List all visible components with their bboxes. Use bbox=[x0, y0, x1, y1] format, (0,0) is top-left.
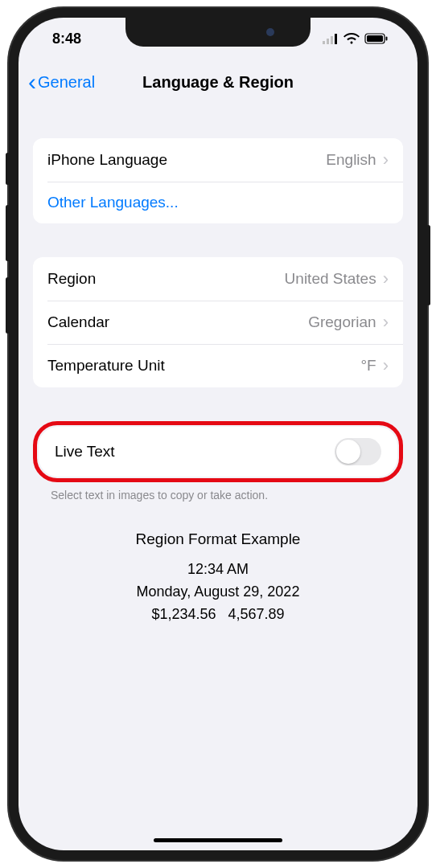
temperature-label: Temperature Unit bbox=[47, 357, 165, 375]
live-text-label: Live Text bbox=[55, 443, 115, 461]
home-indicator[interactable] bbox=[154, 838, 282, 842]
region-value: United States bbox=[285, 270, 376, 288]
svg-rect-0 bbox=[323, 41, 325, 44]
volume-down-button bbox=[6, 277, 10, 334]
chevron-right-icon: › bbox=[383, 312, 389, 333]
camera-dot bbox=[266, 28, 274, 36]
iphone-language-row[interactable]: iPhone Language English › bbox=[33, 138, 403, 182]
toggle-knob bbox=[336, 440, 360, 464]
svg-rect-1 bbox=[327, 39, 329, 44]
volume-up-button bbox=[6, 205, 10, 261]
live-text-footer: Select text in images to copy or take ac… bbox=[33, 482, 403, 502]
battery-icon bbox=[364, 33, 389, 44]
chevron-right-icon: › bbox=[383, 149, 389, 170]
region-row[interactable]: Region United States › bbox=[33, 257, 403, 301]
status-icons bbox=[323, 33, 389, 44]
live-text-row[interactable]: Live Text bbox=[39, 427, 397, 477]
chevron-right-icon: › bbox=[383, 268, 389, 289]
other-languages-label: Other Languages... bbox=[47, 194, 179, 211]
live-text-toggle[interactable] bbox=[335, 438, 381, 465]
navigation-bar: ‹ General Language & Region bbox=[19, 59, 417, 104]
example-number: 4,567.89 bbox=[228, 606, 285, 622]
iphone-language-value: English bbox=[326, 151, 376, 169]
back-label: General bbox=[38, 73, 95, 92]
content: iPhone Language English › Other Language… bbox=[19, 138, 417, 626]
svg-rect-6 bbox=[386, 37, 388, 41]
region-group: Region United States › Calendar Gregoria… bbox=[33, 257, 403, 387]
region-label: Region bbox=[47, 270, 96, 288]
wifi-icon bbox=[343, 33, 360, 44]
notch bbox=[125, 18, 311, 47]
temperature-value: °F bbox=[360, 357, 376, 375]
svg-rect-2 bbox=[331, 36, 333, 44]
side-button bbox=[426, 225, 430, 305]
calendar-value: Gregorian bbox=[308, 313, 376, 331]
example-currency: $1,234.56 bbox=[151, 606, 216, 622]
iphone-language-label: iPhone Language bbox=[47, 151, 167, 169]
back-button[interactable]: ‹ General bbox=[28, 70, 95, 94]
svg-rect-3 bbox=[335, 34, 337, 44]
region-format-example: Region Format Example 12:34 AM Monday, A… bbox=[33, 527, 403, 626]
page-title: Language & Region bbox=[142, 73, 294, 92]
svg-rect-5 bbox=[367, 35, 383, 42]
mute-switch bbox=[6, 153, 10, 185]
calendar-label: Calendar bbox=[47, 313, 109, 331]
status-time: 8:48 bbox=[52, 31, 81, 47]
screen: 8:48 ‹ General Language & Region iPhone … bbox=[19, 18, 417, 850]
example-date: Monday, August 29, 2022 bbox=[33, 581, 403, 604]
temperature-row[interactable]: Temperature Unit °F › bbox=[33, 344, 403, 387]
live-text-group: Live Text bbox=[39, 427, 397, 477]
chevron-left-icon: ‹ bbox=[28, 70, 36, 94]
calendar-row[interactable]: Calendar Gregorian › bbox=[33, 301, 403, 344]
language-group: iPhone Language English › Other Language… bbox=[33, 138, 403, 223]
other-languages-row[interactable]: Other Languages... bbox=[33, 182, 403, 223]
example-time: 12:34 AM bbox=[33, 559, 403, 581]
chevron-right-icon: › bbox=[383, 355, 389, 376]
phone-frame: 8:48 ‹ General Language & Region iPhone … bbox=[9, 8, 427, 860]
highlight-annotation: Live Text bbox=[33, 421, 403, 482]
cellular-icon bbox=[323, 34, 339, 44]
example-title: Region Format Example bbox=[33, 527, 403, 551]
